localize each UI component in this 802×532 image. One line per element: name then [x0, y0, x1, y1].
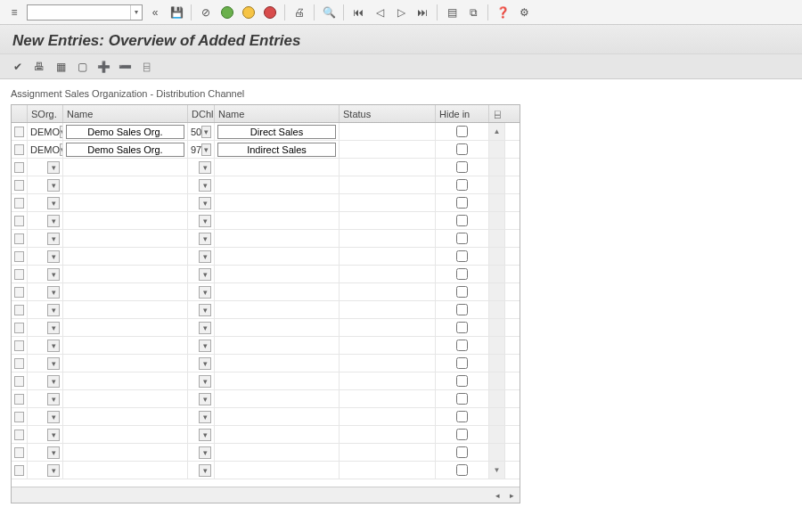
cell-dchl[interactable]: ▾ [188, 426, 215, 443]
cell-sorg[interactable]: ▾ [28, 390, 63, 407]
value-help-icon[interactable]: ▾ [47, 304, 60, 316]
hide-checkbox[interactable] [456, 446, 468, 458]
value-help-icon[interactable]: ▾ [47, 233, 60, 245]
cell-sorg[interactable]: ▾ [28, 266, 63, 282]
deselect-all-button[interactable]: ▢ [73, 58, 91, 76]
name1-input[interactable] [66, 143, 184, 157]
cell-status[interactable] [340, 390, 436, 407]
value-help-icon[interactable]: ▾ [47, 375, 60, 388]
hide-checkbox[interactable] [456, 197, 468, 209]
value-help-icon[interactable]: ▾ [199, 215, 211, 227]
row-selector[interactable] [12, 248, 28, 265]
row-selector[interactable] [12, 230, 28, 247]
cell-dchl[interactable]: ▾ [188, 248, 215, 265]
hide-checkbox[interactable] [456, 161, 468, 173]
row-selector[interactable] [12, 355, 28, 372]
value-help-icon[interactable]: ▾ [47, 268, 60, 281]
configure-button[interactable]: ⌸ [137, 58, 155, 76]
back-button[interactable]: « [146, 4, 164, 21]
print-button[interactable]: 🖨 [291, 4, 308, 21]
help-button[interactable]: ❓ [494, 4, 511, 21]
cell-status[interactable] [340, 194, 436, 211]
first-record-button[interactable]: ⏮ [349, 4, 367, 21]
header-select[interactable] [12, 105, 28, 122]
value-help-icon[interactable]: ▾ [199, 268, 211, 281]
row-selector[interactable] [12, 176, 28, 193]
hide-checkbox[interactable] [456, 179, 468, 191]
cell-dchl[interactable]: ▾ [188, 355, 215, 372]
hide-checkbox[interactable] [456, 304, 468, 315]
cell-dchl[interactable]: ▾ [188, 408, 215, 425]
value-help-icon[interactable]: ▾ [199, 233, 211, 245]
cell-status[interactable] [340, 159, 436, 176]
command-input[interactable] [28, 5, 130, 20]
row-selector[interactable] [12, 212, 28, 229]
cell-status[interactable] [340, 408, 436, 425]
value-help-icon[interactable]: ▾ [199, 446, 211, 459]
hide-checkbox[interactable] [456, 340, 468, 351]
cell-status[interactable] [340, 444, 436, 461]
cell-dchl[interactable]: ▾ [188, 230, 215, 247]
hide-checkbox[interactable] [456, 215, 468, 226]
value-help-icon[interactable]: ▾ [199, 393, 211, 405]
cell-status[interactable] [340, 212, 436, 229]
name1-input[interactable] [66, 125, 184, 139]
row-selector[interactable] [12, 444, 28, 461]
row-selector[interactable] [12, 462, 28, 479]
cell-dchl[interactable]: ▾ [188, 159, 215, 176]
cell-status[interactable] [340, 301, 436, 318]
hide-checkbox[interactable] [456, 322, 468, 333]
cell-sorg[interactable]: ▾ [28, 462, 63, 479]
new-session-button[interactable]: ▤ [443, 4, 461, 21]
layout-button[interactable]: ⚙ [515, 4, 533, 21]
row-selector[interactable] [12, 372, 28, 389]
cell-status[interactable] [340, 283, 436, 300]
hide-checkbox[interactable] [456, 126, 468, 137]
hide-checkbox[interactable] [456, 233, 468, 244]
print-app-button[interactable]: 🖶 [30, 58, 48, 76]
hide-checkbox[interactable] [456, 357, 468, 369]
cell-sorg[interactable]: ▾ [28, 301, 63, 318]
cell-sorg[interactable]: ▾ [28, 444, 63, 461]
cell-status[interactable] [340, 372, 436, 389]
row-selector[interactable] [12, 141, 28, 158]
cell-status[interactable] [340, 355, 436, 372]
cell-sorg[interactable]: ▾ [28, 408, 63, 425]
cell-sorg[interactable]: ▾ [28, 176, 63, 193]
cell-dchl[interactable]: ▾ [188, 212, 215, 229]
row-selector[interactable] [12, 301, 28, 318]
value-help-icon[interactable]: ▾ [199, 179, 211, 192]
cell-status[interactable] [340, 462, 436, 479]
insert-row-button[interactable]: ➕ [94, 58, 112, 76]
delete-row-button[interactable]: ➖ [116, 58, 134, 76]
value-help-icon[interactable]: ▾ [199, 375, 211, 388]
value-help-icon[interactable]: ▾ [47, 179, 60, 192]
cell-sorg[interactable]: ▾ [28, 337, 63, 354]
main-menu-button[interactable]: ≡ [5, 4, 23, 21]
value-help-icon[interactable]: ▾ [199, 197, 211, 209]
cell-dchl[interactable]: ▾ [188, 194, 215, 211]
value-help-icon[interactable]: ▾ [199, 286, 211, 299]
cell-dchl[interactable]: ▾ [188, 283, 215, 300]
header-hide[interactable]: Hide in [436, 105, 489, 122]
cell-sorg[interactable]: ▾ [28, 319, 63, 336]
cell-status[interactable] [340, 176, 436, 193]
hide-checkbox[interactable] [456, 411, 468, 422]
cell-dchl[interactable]: ▾ [188, 301, 215, 318]
cell-status[interactable] [340, 230, 436, 247]
hide-checkbox[interactable] [456, 268, 468, 280]
cell-sorg[interactable]: ▾ [28, 230, 63, 247]
value-help-icon[interactable]: ▾ [47, 464, 60, 477]
cell-sorg[interactable]: ▾ [28, 248, 63, 265]
hide-checkbox[interactable] [456, 464, 468, 476]
cell-dchl[interactable]: ▾ [188, 462, 215, 479]
cell-sorg[interactable]: DEMO▾ [28, 123, 63, 140]
value-help-icon[interactable]: ▾ [47, 322, 60, 334]
value-help-icon[interactable]: ▾ [199, 304, 211, 316]
value-help-icon[interactable]: ▾ [199, 340, 211, 352]
cell-dchl[interactable]: ▾ [188, 176, 215, 193]
row-selector[interactable] [12, 123, 28, 140]
value-help-icon[interactable]: ▾ [47, 197, 60, 209]
hide-checkbox[interactable] [456, 143, 468, 155]
value-help-icon[interactable]: ▾ [47, 446, 60, 459]
